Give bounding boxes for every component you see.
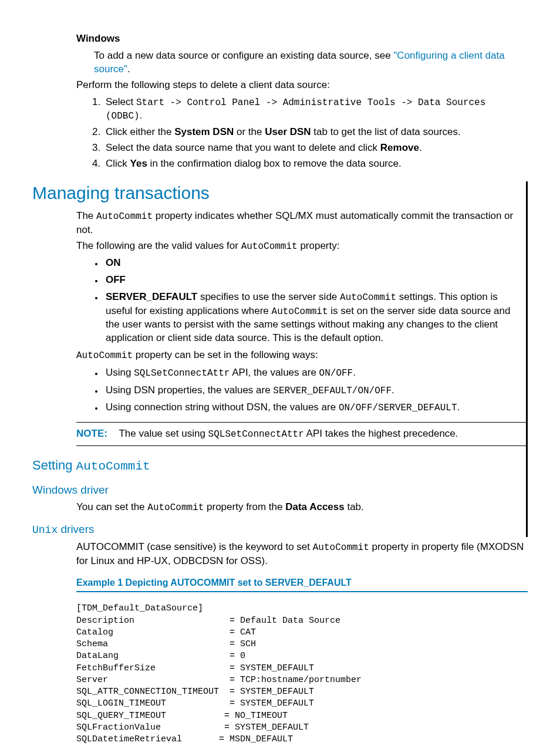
ordered-list-delete-steps: Select Start -> Control Panel -> Adminis…: [76, 96, 528, 171]
code: AutoCommit: [147, 502, 204, 513]
bullet-list-ways: Using SQLSetConnectAttr API, the values …: [76, 366, 526, 415]
text: API, the values are: [230, 367, 319, 378]
text: Click: [106, 158, 130, 169]
text: API takes the highest precedence.: [304, 428, 458, 439]
list-item: ON: [103, 256, 526, 270]
text: property:: [298, 240, 340, 251]
list-item: Click Yes in the confirmation dialog box…: [103, 157, 528, 171]
code: SERVER_DEFAULT/ON/OFF: [273, 386, 392, 396]
paragraph: The following are the valid values for A…: [76, 239, 526, 254]
paragraph-windows-add: To add a new data source or configure an…: [94, 49, 528, 76]
code-line: Server = TCP:hostname/portnumber: [76, 675, 362, 685]
text: tab.: [345, 501, 364, 512]
text: The following are the valid values for: [76, 240, 241, 251]
text: Select: [106, 96, 136, 107]
bullet-list-values: ON OFF SERVER_DEFAULT specifies to use t…: [76, 256, 526, 345]
heading-windows: Windows: [76, 32, 528, 46]
code-line: Schema = SCH: [76, 639, 256, 649]
note-box: NOTE: The value set using SQLSetConnectA…: [76, 422, 526, 447]
code-line: SQL_QUERY_TIMEOUT = NO_TIMEOUT: [76, 711, 288, 721]
code-line: SQL_LOGIN_TIMEOUT = SYSTEM_DEFAULT: [76, 698, 314, 708]
text: specifies to use the server side: [197, 291, 340, 302]
text: .: [353, 367, 356, 378]
text: .: [457, 401, 460, 413]
code: SQLSetConnectAttr: [208, 429, 304, 440]
text: .: [127, 63, 130, 75]
divider: [76, 591, 528, 592]
heading-setting-autocommit: Setting AutoCommit: [32, 457, 526, 475]
note-label: NOTE:: [76, 427, 116, 441]
code-line: SQLDatetimeRetrieval = MSDN_DEFAULT: [76, 734, 293, 744]
paragraph: The AutoCommit property indicates whethe…: [76, 210, 526, 237]
code-line: DataLang = 0: [76, 651, 245, 661]
text: .: [392, 384, 394, 396]
paragraph: You can set the AutoCommit property from…: [76, 501, 526, 515]
bold-text: Remove: [380, 142, 419, 153]
text: in the confirmation dialog box to remove…: [147, 158, 402, 169]
code-block-example: [TDM_Default_DataSource] Description = D…: [76, 603, 528, 746]
code-line: Catalog = CAT: [76, 627, 256, 637]
text: Using: [106, 367, 134, 378]
code: AutoCommit: [76, 350, 133, 361]
text: Select the data source name that you wan…: [106, 142, 380, 153]
bold-text: OFF: [106, 274, 126, 285]
text: Click either the: [106, 126, 174, 137]
text: tab to get the list of data sources.: [311, 126, 461, 137]
text: The: [76, 210, 96, 221]
heading-managing-transactions: Managing transactions: [32, 181, 526, 205]
bold-text: System DSN: [174, 126, 234, 137]
bold-text: Yes: [130, 158, 147, 169]
text: property can be set in the following way…: [133, 349, 318, 360]
bold-text: Data Access: [285, 501, 345, 512]
heading-unix-drivers: Unix drivers: [32, 522, 526, 537]
text: Using connection string without DSN, the…: [106, 401, 339, 413]
code-line: SQLFractionValue = SYSTEM_DEFAULT: [76, 723, 309, 733]
list-item: OFF: [103, 274, 526, 287]
text: .: [419, 142, 422, 153]
heading-windows-driver: Windows driver: [32, 482, 526, 498]
code: AutoCommit: [272, 306, 328, 317]
code: AutoCommit: [313, 542, 369, 553]
paragraph: AUTOCOMMIT (case sensitive) is the keywo…: [76, 541, 528, 568]
bold-text: ON: [106, 257, 121, 268]
text: AUTOCOMMIT (case sensitive) is the keywo…: [76, 541, 313, 552]
code: AutoCommit: [96, 211, 153, 222]
code-line: SQL_ATTR_CONNECTION_TIMEOUT = SYSTEM_DEF…: [76, 687, 314, 697]
text: .: [140, 110, 143, 121]
code: AutoCommit: [241, 241, 298, 252]
text: property from the: [204, 501, 285, 512]
code: ON/OFF: [319, 368, 353, 379]
text: The value set using: [119, 428, 208, 439]
code-line: Description = Default Data Source: [76, 616, 340, 626]
code: AutoCommit: [76, 460, 150, 473]
text: or the: [234, 126, 265, 137]
text: To add a new data source or configure an…: [94, 50, 393, 61]
list-item: Using DSN properties, the values are SER…: [103, 384, 526, 398]
code-line: FetchBufferSize = SYSTEM_DEFAULT: [76, 663, 314, 673]
bold-text: User DSN: [265, 126, 311, 137]
code: Start -> Control Panel -> Administrative…: [106, 97, 485, 122]
text: Using DSN properties, the values are: [106, 384, 273, 396]
code: SQLSetConnectAttr: [134, 368, 230, 379]
code: AutoCommit: [340, 292, 396, 303]
list-item: Click either the System DSN or the User …: [103, 126, 528, 139]
paragraph: AutoCommit property can be set in the fo…: [76, 349, 526, 363]
example-title: Example 1 Depicting AUTOCOMMIT set to SE…: [76, 576, 528, 589]
paragraph-delete-intro: Perform the following steps to delete a …: [76, 79, 528, 92]
code: ON/OFF/SERVER_DEFAULT: [339, 403, 457, 413]
list-item: Using SQLSetConnectAttr API, the values …: [103, 366, 526, 380]
text: You can set the: [76, 501, 147, 512]
text: Setting: [32, 458, 76, 472]
list-item: SERVER_DEFAULT specifies to use the serv…: [103, 291, 526, 345]
list-item: Select the data source name that you wan…: [103, 141, 528, 155]
text: drivers: [58, 523, 94, 535]
code: Unix: [32, 524, 58, 536]
bold-text: SERVER_DEFAULT: [106, 291, 197, 302]
list-item: Select Start -> Control Panel -> Adminis…: [103, 96, 528, 123]
list-item: Using connection string without DSN, the…: [103, 401, 526, 415]
code-line: [TDM_Default_DataSource]: [76, 603, 203, 613]
